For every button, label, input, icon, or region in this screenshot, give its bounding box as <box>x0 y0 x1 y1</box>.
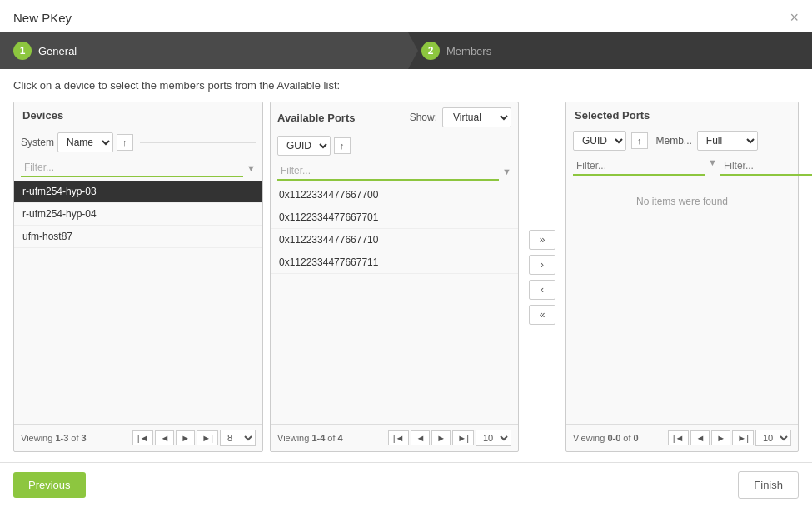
step1-arrow <box>408 32 418 69</box>
show-dropdown[interactable]: Virtual Physical All <box>442 107 511 127</box>
selected-guid-dropdown[interactable]: GUID <box>573 131 626 151</box>
available-last-page-button[interactable]: ►| <box>452 430 474 445</box>
devices-next-page-button[interactable]: ► <box>176 430 195 445</box>
system-name-dropdown[interactable]: Name <box>57 132 113 152</box>
devices-page-nav: |◄ ◄ ► ►| 8 10 20 <box>132 430 256 446</box>
transfer-left-button[interactable]: ‹ <box>529 280 555 300</box>
available-page-nav: |◄ ◄ ► ►| 10 20 <box>388 430 511 446</box>
devices-prev-page-button[interactable]: ◄ <box>155 430 174 445</box>
available-sort-button[interactable]: ↑ <box>334 137 351 154</box>
selected-first-page-button[interactable]: |◄ <box>668 430 690 445</box>
transfer-all-left-button[interactable]: « <box>529 305 555 325</box>
selected-next-page-button[interactable]: ► <box>711 430 730 445</box>
panels-row: Devices System Name ↑ ▼ r-ufm254-hyp-03 … <box>13 102 799 452</box>
selected-sort-button[interactable]: ↑ <box>631 132 648 149</box>
selected-filter-icon-1[interactable]: ▼ <box>708 157 717 176</box>
step1-label: General <box>38 45 77 57</box>
available-filter-input[interactable] <box>277 162 499 181</box>
list-item[interactable]: 0x1122334477667710 <box>271 229 518 251</box>
transfer-all-right-button[interactable]: » <box>529 230 555 250</box>
show-label: Show: <box>410 112 437 123</box>
available-header-row: Available Ports Show: Virtual Physical A… <box>271 102 518 132</box>
dialog-header: New PKey × <box>0 0 812 32</box>
selected-page-size-select[interactable]: 10 20 <box>755 430 791 446</box>
system-row: System Name ↑ <box>14 127 262 156</box>
list-item[interactable]: ufm-host87 <box>14 226 262 248</box>
close-button[interactable]: × <box>790 10 799 25</box>
devices-panel-footer: Viewing 1-3 of 3 |◄ ◄ ► ►| 8 10 20 <box>14 424 262 451</box>
previous-button[interactable]: Previous <box>13 472 86 498</box>
selected-filter-input-2[interactable] <box>720 157 812 176</box>
selected-filter-input-1[interactable] <box>573 157 705 176</box>
dialog: New PKey × 1 General 2 Members Click on … <box>0 0 812 507</box>
available-panel-footer: Viewing 1-4 of 4 |◄ ◄ ► ►| 10 20 <box>271 424 518 451</box>
devices-panel-header: Devices <box>14 102 262 127</box>
step2-label: Members <box>446 45 491 57</box>
list-item[interactable]: 0x1122334477667700 <box>271 184 518 206</box>
available-first-page-button[interactable]: |◄ <box>388 430 410 445</box>
available-next-page-button[interactable]: ► <box>431 430 451 445</box>
selected-ports-panel: Selected Ports GUID ↑ Memb... Full Limit… <box>565 102 799 452</box>
available-prev-page-button[interactable]: ◄ <box>411 430 430 445</box>
available-ports-list: 0x1122334477667700 0x1122334477667701 0x… <box>271 184 518 424</box>
devices-list: r-ufm254-hyp-03 r-ufm254-hyp-04 ufm-host… <box>14 181 262 424</box>
list-item[interactable]: 0x1122334477667711 <box>271 251 518 274</box>
instruction-text: Click on a device to select the members … <box>13 79 799 92</box>
system-label: System <box>21 137 54 148</box>
list-item[interactable]: r-ufm254-hyp-03 <box>14 181 262 203</box>
finish-button[interactable]: Finish <box>738 471 799 499</box>
devices-viewing-text: Viewing 1-3 of 3 <box>21 433 129 443</box>
dialog-title: New PKey <box>13 11 72 25</box>
no-items-text: No items were found <box>566 179 798 224</box>
step2-number: 2 <box>421 42 440 60</box>
wizard-steps: 1 General 2 Members <box>0 32 812 69</box>
selected-panel-header: Selected Ports <box>566 102 798 127</box>
devices-filter-input[interactable] <box>21 159 243 177</box>
list-item[interactable]: 0x1122334477667701 <box>271 206 518 229</box>
wizard-step-members[interactable]: 2 Members <box>408 32 812 69</box>
memb-label: Memb... <box>656 135 692 147</box>
selected-ports-list: No items were found <box>566 179 798 424</box>
wizard-step-general[interactable]: 1 General <box>0 32 408 69</box>
selected-full-dropdown[interactable]: Full Limited <box>697 131 758 151</box>
available-filter-row: ▼ <box>271 159 518 184</box>
selected-panel-footer: Viewing 0-0 of 0 |◄ ◄ ► ►| 10 20 <box>566 424 798 451</box>
selected-page-nav: |◄ ◄ ► ►| 10 20 <box>668 430 791 446</box>
available-guid-row: GUID ↑ <box>271 132 518 159</box>
step1-number: 1 <box>13 42 32 60</box>
transfer-right-button[interactable]: › <box>529 255 555 275</box>
selected-last-page-button[interactable]: ►| <box>732 430 754 445</box>
footer-actions: Previous Finish <box>0 462 812 507</box>
list-item[interactable]: r-ufm254-hyp-04 <box>14 203 262 226</box>
devices-filter-row: ▼ <box>14 156 262 181</box>
available-viewing-text: Viewing 1-4 of 4 <box>277 433 385 443</box>
selected-controls-row: GUID ↑ Memb... Full Limited <box>566 127 798 154</box>
devices-last-page-button[interactable]: ►| <box>197 430 218 445</box>
available-panel-header: Available Ports <box>277 112 355 124</box>
available-page-size-select[interactable]: 10 20 <box>476 430 511 446</box>
devices-filter-icon[interactable]: ▼ <box>247 163 256 173</box>
transfer-buttons: » › ‹ « <box>526 102 559 452</box>
selected-viewing-text: Viewing 0-0 of 0 <box>573 433 665 443</box>
selected-filters-row: ▼ ▼ <box>566 154 798 179</box>
devices-sort-button[interactable]: ↑ <box>117 134 133 151</box>
show-control: Show: Virtual Physical All <box>410 107 511 127</box>
available-filter-icon[interactable]: ▼ <box>502 167 511 176</box>
devices-panel: Devices System Name ↑ ▼ r-ufm254-hyp-03 … <box>13 102 263 452</box>
available-guid-dropdown[interactable]: GUID <box>277 136 331 156</box>
content-area: Click on a device to select the members … <box>0 69 812 462</box>
devices-first-page-button[interactable]: |◄ <box>132 430 154 445</box>
selected-prev-page-button[interactable]: ◄ <box>690 430 710 445</box>
devices-page-size-select[interactable]: 8 10 20 <box>220 430 256 446</box>
available-ports-panel: Available Ports Show: Virtual Physical A… <box>270 102 519 452</box>
